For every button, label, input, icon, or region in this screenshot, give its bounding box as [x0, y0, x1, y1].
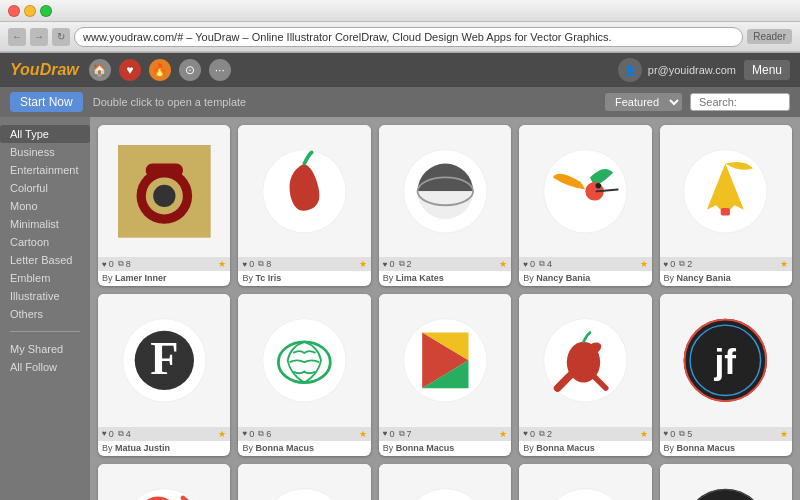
star-icon[interactable]: ★	[640, 259, 648, 269]
heart-stat-icon: ♥	[242, 429, 247, 438]
card-item[interactable]: ♥ 0 ⧉ 8 ★ By Lamer Inner	[98, 125, 230, 286]
sidebar-item-illustrative[interactable]: Illustrative	[0, 287, 90, 305]
close-btn[interactable]	[8, 5, 20, 17]
toolbar-right: Featured	[605, 93, 790, 111]
minimize-btn[interactable]	[24, 5, 36, 17]
copy-stat-icon: ⧉	[258, 429, 264, 439]
card-item[interactable]: ♥ 0 ⧉ 3 ★ By Yonas Jim	[519, 464, 651, 500]
card-item[interactable]: ♥ 0 ⧉ 6 ★ By Bonna Macus	[238, 294, 370, 455]
home-icon[interactable]: 🏠	[89, 59, 111, 81]
like-count: ♥ 0	[383, 429, 395, 439]
card-footer: ♥ 0 ⧉ 2 ★	[660, 257, 792, 271]
copy-stat-icon: ⧉	[258, 259, 264, 269]
copy-stat-icon: ⧉	[679, 259, 685, 269]
like-count: ♥ 0	[664, 259, 676, 269]
star-icon[interactable]: ★	[780, 259, 788, 269]
address-bar[interactable]: www.youdraw.com/# – YouDraw – Online Ill…	[74, 27, 743, 47]
copy-stat-icon: ⧉	[118, 429, 124, 439]
card-item[interactable]: ♥ 0 ⧉ 2 ★ By Lima Kates	[379, 125, 511, 286]
heart-stat-icon: ♥	[383, 260, 388, 269]
card-thumbnail-chili	[238, 125, 370, 257]
card-author: By Bonna Macus	[238, 441, 370, 456]
card-thumbnail-letter-f: F	[98, 294, 230, 426]
search-input[interactable]	[690, 93, 790, 111]
card-item[interactable]: ♥ 0 ⧉ 4 ★ By Nancy Bania	[519, 125, 651, 286]
star-icon[interactable]: ★	[218, 429, 226, 439]
star-icon[interactable]: ★	[499, 429, 507, 439]
star-icon[interactable]: ★	[359, 429, 367, 439]
content-area: ♥ 0 ⧉ 8 ★ By Lamer Inner ♥ 0 ⧉ 8 ★ By Tc…	[90, 117, 800, 500]
sidebar-item-minimalist[interactable]: Minimalist	[0, 215, 90, 233]
sidebar-item-entertainment[interactable]: Entertainment	[0, 161, 90, 179]
maximize-btn[interactable]	[40, 5, 52, 17]
svg-rect-12	[721, 208, 730, 215]
heart-stat-icon: ♥	[523, 260, 528, 269]
more-icon[interactable]: ⊙	[179, 59, 201, 81]
svg-rect-2	[146, 163, 183, 177]
copy-count: ⧉ 4	[539, 259, 552, 269]
card-item[interactable]: ♥ 0 ⧉ 7 ★ By Bonna Macus	[379, 294, 511, 455]
card-author: By Lamer Inner	[98, 271, 230, 286]
star-icon[interactable]: ★	[218, 259, 226, 269]
star-icon[interactable]: ★	[780, 429, 788, 439]
card-thumbnail-apple-splash	[519, 294, 651, 426]
sidebar-item-my-shared[interactable]: My Shared	[0, 340, 90, 358]
sidebar-item-all-follow[interactable]: All Follow	[0, 358, 90, 376]
back-button[interactable]: ←	[8, 28, 26, 46]
dots-icon[interactable]: ···	[209, 59, 231, 81]
heart-stat-icon: ♥	[242, 260, 247, 269]
star-icon[interactable]: ★	[359, 259, 367, 269]
card-footer: ♥ 0 ⧉ 4 ★	[98, 427, 230, 441]
browser-chrome: ← → ↻ www.youdraw.com/# – YouDraw – Onli…	[0, 0, 800, 53]
card-item[interactable]: ♥ 0 ⧉ 8 ★ By Tc Iris	[238, 125, 370, 286]
copy-stat-icon: ⧉	[539, 259, 545, 269]
like-count: ♥ 0	[383, 259, 395, 269]
star-icon[interactable]: ★	[640, 429, 648, 439]
card-item[interactable]: ♥ 0 ⧉ 0 ★ By Bonna Macus	[98, 464, 230, 500]
heart-icon[interactable]: ♥	[119, 59, 141, 81]
like-count: ♥ 0	[523, 429, 535, 439]
card-item[interactable]: F ♥ 0 ⧉ 4 ★ By Matua Justin	[98, 294, 230, 455]
sidebar-item-all-type[interactable]: All Type	[0, 125, 90, 143]
menu-button[interactable]: Menu	[744, 60, 790, 80]
card-item[interactable]: ♥ 0 ⧉ 2 ★ By Bonna Macus	[519, 294, 651, 455]
card-thumbnail-star-ball: ★	[660, 464, 792, 500]
fire-icon[interactable]: 🔥	[149, 59, 171, 81]
header-icons: 🏠 ♥ 🔥 ⊙ ···	[89, 59, 231, 81]
user-info: 👤 pr@youidraw.com	[618, 58, 736, 82]
card-footer: ♥ 0 ⧉ 2 ★	[379, 257, 511, 271]
sidebar-item-cartoon[interactable]: Cartoon	[0, 233, 90, 251]
start-now-button[interactable]: Start Now	[10, 92, 83, 112]
sidebar-item-business[interactable]: Business	[0, 143, 90, 161]
sidebar-item-emblem[interactable]: Emblem	[0, 269, 90, 287]
like-count: ♥ 0	[102, 429, 114, 439]
card-item[interactable]: ♥ 0 ⧉ 0 ★ By Tc Iris	[379, 464, 511, 500]
card-item[interactable]: ★ ♥ 0 ⧉ 6 ★ By	[660, 464, 792, 500]
refresh-button[interactable]: ↻	[52, 28, 70, 46]
star-icon[interactable]: ★	[499, 259, 507, 269]
like-count: ♥ 0	[242, 259, 254, 269]
forward-button[interactable]: →	[30, 28, 48, 46]
card-item[interactable]: onion ♥ 0 ⧉ 0 ★ By Lamer Inner	[238, 464, 370, 500]
like-count: ♥ 0	[523, 259, 535, 269]
sidebar-item-letter-based[interactable]: Letter Based	[0, 251, 90, 269]
card-thumbnail-brain	[238, 294, 370, 426]
card-thumbnail-book-reader	[379, 464, 511, 500]
sidebar-item-mono[interactable]: Mono	[0, 197, 90, 215]
card-footer: ♥ 0 ⧉ 2 ★	[519, 427, 651, 441]
copy-count: ⧉ 6	[258, 429, 271, 439]
copy-count: ⧉ 7	[399, 429, 412, 439]
copy-stat-icon: ⧉	[539, 429, 545, 439]
copy-stat-icon: ⧉	[399, 259, 405, 269]
reader-button[interactable]: Reader	[747, 29, 792, 44]
card-item[interactable]: jf ♥ 0 ⧉ 5 ★ By Bonna Macus	[660, 294, 792, 455]
card-item[interactable]: ♥ 0 ⧉ 2 ★ By Nancy Bania	[660, 125, 792, 286]
copy-count: ⧉ 5	[679, 429, 692, 439]
sidebar-item-colorful[interactable]: Colorful	[0, 179, 90, 197]
featured-select[interactable]: Featured	[605, 93, 682, 111]
cards-grid: ♥ 0 ⧉ 8 ★ By Lamer Inner ♥ 0 ⧉ 8 ★ By Tc…	[98, 125, 792, 500]
sidebar-item-others[interactable]: Others	[0, 305, 90, 323]
heart-stat-icon: ♥	[383, 429, 388, 438]
card-author: By Nancy Bania	[519, 271, 651, 286]
copy-count: ⧉ 2	[539, 429, 552, 439]
